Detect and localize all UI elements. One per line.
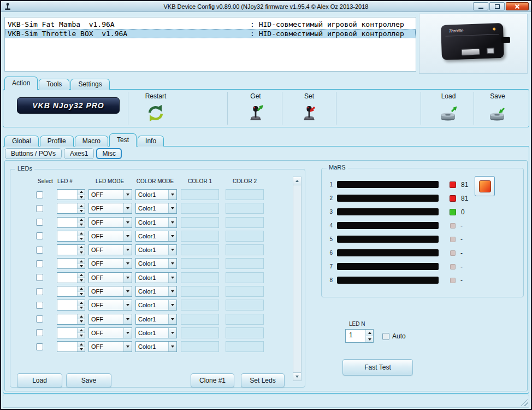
color2-field[interactable] <box>226 203 264 214</box>
fast-test-button[interactable]: Fast Test <box>342 359 413 376</box>
led-number-input[interactable] <box>57 217 85 228</box>
spin-down-button[interactable] <box>78 222 85 227</box>
led-number-input[interactable] <box>57 327 85 338</box>
led-mode-select[interactable]: OFF <box>88 272 132 283</box>
main-tabs-tools[interactable]: Tools <box>39 79 69 90</box>
color2-field[interactable] <box>226 300 264 311</box>
color1-field[interactable] <box>181 286 219 297</box>
led-mode-select[interactable]: OFF <box>88 203 132 214</box>
dropdown-button[interactable] <box>168 203 176 213</box>
led-mode-select[interactable]: OFF <box>88 300 132 311</box>
color1-field[interactable] <box>181 314 219 325</box>
led-number-input[interactable] <box>57 314 85 325</box>
color1-field[interactable] <box>181 300 219 311</box>
led-n-down-button[interactable] <box>366 336 373 342</box>
restart-button[interactable] <box>145 103 166 124</box>
spin-down-button[interactable] <box>78 332 85 338</box>
color-mode-select[interactable]: Color1 <box>135 217 177 228</box>
color-mode-select[interactable]: Color1 <box>135 189 177 200</box>
color-mode-select[interactable]: Color1 <box>135 314 177 325</box>
sub-tabs-test[interactable]: Test <box>109 133 137 147</box>
dropdown-button[interactable] <box>168 328 176 338</box>
maximize-button[interactable] <box>489 2 505 10</box>
dropdown-button[interactable] <box>123 286 132 296</box>
dropdown-button[interactable] <box>123 245 132 255</box>
led-number-input[interactable] <box>57 244 85 255</box>
spin-down-button[interactable] <box>78 250 85 255</box>
spin-down-button[interactable] <box>78 236 85 241</box>
spin-up-button[interactable] <box>78 328 85 333</box>
color-mode-select[interactable]: Color1 <box>135 244 177 255</box>
led-select-checkbox[interactable] <box>36 247 43 254</box>
led-number-input[interactable] <box>57 300 85 311</box>
dropdown-button[interactable] <box>168 300 176 310</box>
dropdown-button[interactable] <box>123 203 132 213</box>
led-number-input[interactable] <box>57 203 85 214</box>
close-button[interactable] <box>506 2 529 10</box>
dropdown-button[interactable] <box>123 314 132 324</box>
scroll-down-button[interactable] <box>293 372 301 380</box>
led-n-up-button[interactable] <box>366 330 373 336</box>
dropdown-button[interactable] <box>123 218 132 227</box>
led-select-checkbox[interactable] <box>36 274 43 281</box>
led-select-checkbox[interactable] <box>36 219 43 226</box>
led-mode-select[interactable]: OFF <box>88 258 132 269</box>
led-select-checkbox[interactable] <box>36 191 43 198</box>
led-mode-select[interactable]: OFF <box>88 286 132 297</box>
spin-up-button[interactable] <box>78 273 85 278</box>
spin-down-button[interactable] <box>78 208 85 214</box>
spin-up-button[interactable] <box>78 190 85 195</box>
dropdown-button[interactable] <box>168 231 176 241</box>
color2-field[interactable] <box>226 341 264 352</box>
set-leds-button[interactable]: Set Leds <box>241 373 285 388</box>
color1-field[interactable] <box>181 203 219 214</box>
spin-up-button[interactable] <box>78 342 85 347</box>
spin-down-button[interactable] <box>78 347 85 352</box>
led-select-checkbox[interactable] <box>36 260 43 267</box>
spin-up-button[interactable] <box>78 286 85 291</box>
test-tabs-buttons-povs[interactable]: Buttons / POVs <box>5 148 62 159</box>
save-button[interactable] <box>487 103 508 124</box>
color2-field[interactable] <box>226 217 264 228</box>
led-mode-select[interactable]: OFF <box>88 327 132 338</box>
spin-up-button[interactable] <box>78 314 85 319</box>
auto-checkbox[interactable] <box>382 333 389 340</box>
load-button[interactable] <box>438 103 459 124</box>
led-number-input[interactable] <box>57 189 85 200</box>
led-select-checkbox[interactable] <box>36 343 43 350</box>
color2-field[interactable] <box>226 189 264 200</box>
color1-field[interactable] <box>181 217 219 228</box>
sub-tabs-profile[interactable]: Profile <box>40 136 74 147</box>
spin-up-button[interactable] <box>78 245 85 250</box>
led-number-input[interactable] <box>57 258 85 269</box>
set-button[interactable] <box>299 102 320 123</box>
color1-field[interactable] <box>181 327 219 338</box>
dropdown-button[interactable] <box>168 286 176 296</box>
color1-field[interactable] <box>181 272 219 283</box>
device-row-fat-mamba[interactable]: VKB-Sim Fat Mamba v1.96A : HID-совместим… <box>5 20 416 29</box>
spin-up-button[interactable] <box>78 259 85 263</box>
device-row-throttle-box[interactable]: VKB-Sim Throttle BOX v1.96A : HID-совмес… <box>5 29 416 38</box>
spin-up-button[interactable] <box>78 203 85 208</box>
color-mode-select[interactable]: Color1 <box>135 300 177 311</box>
led-number-input[interactable] <box>57 231 85 242</box>
spin-down-button[interactable] <box>78 277 85 283</box>
dropdown-button[interactable] <box>123 342 132 352</box>
spin-up-button[interactable] <box>78 218 85 222</box>
color1-field[interactable] <box>181 189 219 200</box>
minimize-button[interactable] <box>473 2 488 10</box>
color1-field[interactable] <box>181 258 219 269</box>
spin-down-button[interactable] <box>78 305 85 311</box>
main-tabs-settings[interactable]: Settings <box>70 79 109 90</box>
color1-field[interactable] <box>181 231 219 242</box>
led-mode-select[interactable]: OFF <box>88 314 132 325</box>
color-mode-select[interactable]: Color1 <box>135 272 177 283</box>
led-mode-select[interactable]: OFF <box>88 244 132 255</box>
led-number-input[interactable] <box>57 272 85 283</box>
color-mode-select[interactable]: Color1 <box>135 203 177 214</box>
scroll-up-button[interactable] <box>293 177 301 185</box>
color-mode-select[interactable]: Color1 <box>135 327 177 338</box>
color-mode-select[interactable]: Color1 <box>135 341 177 352</box>
color2-field[interactable] <box>226 258 264 269</box>
led-scrollbar[interactable] <box>293 177 302 381</box>
